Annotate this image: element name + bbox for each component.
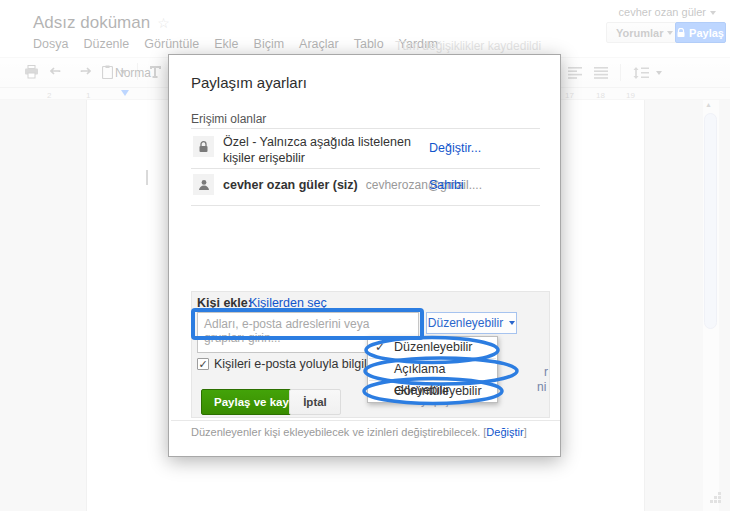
change-editor-permissions-link[interactable]: Değiştir <box>486 426 523 438</box>
dialog-footer: Düzenleyenler kişi ekleyebilecek ve izin… <box>191 426 527 438</box>
menu-option-view[interactable]: Görüntüleyebilir <box>368 381 497 402</box>
obscured-text-fragment: ni <box>537 380 546 394</box>
visibility-description: Özel - Yalnızca aşağıda listelenen kişil… <box>223 134 433 166</box>
cancel-button[interactable]: İptal <box>289 389 341 415</box>
notify-checkbox[interactable]: ✓ <box>197 358 209 370</box>
lock-icon <box>193 136 214 157</box>
obscured-text-fragment: r <box>544 365 548 379</box>
chevron-down-icon <box>509 321 515 325</box>
divider <box>191 168 540 169</box>
divider <box>191 205 540 206</box>
choose-from-contacts-link[interactable]: Kişilerden seç <box>249 296 327 310</box>
check-icon: ✓ <box>375 337 385 358</box>
permission-selected-label: Düzenleyebilir <box>428 316 503 330</box>
permission-menu: ✓Düzenleyebilir Açıklama ekleyebilir Gör… <box>367 336 498 403</box>
permission-dropdown-button[interactable]: Düzenleyebilir <box>426 312 517 334</box>
dialog-title: Paylaşım ayarları <box>191 74 307 91</box>
owner-role-link[interactable]: Sahibi <box>429 178 464 192</box>
change-visibility-link[interactable]: Değiştir... <box>429 141 481 155</box>
menu-option-comment[interactable]: Açıklama ekleyebilir <box>368 359 497 380</box>
google-docs-app: Adsız doküman☆ Dosya Düzenle Görüntüle E… <box>0 0 730 511</box>
access-list-header: Erişimi olanlar <box>191 112 266 126</box>
add-people-label: Kişi ekle: <box>197 296 252 310</box>
owner-email: cevherozan@gmail.... <box>366 178 482 192</box>
divider <box>171 420 560 421</box>
divider <box>191 128 540 129</box>
menu-option-edit[interactable]: ✓Düzenleyebilir <box>368 337 497 358</box>
owner-name: cevher ozan güler (siz) <box>223 178 358 192</box>
sharing-settings-dialog: Paylaşım ayarları Erişimi olanlar Özel -… <box>168 54 561 457</box>
person-icon <box>193 174 214 195</box>
